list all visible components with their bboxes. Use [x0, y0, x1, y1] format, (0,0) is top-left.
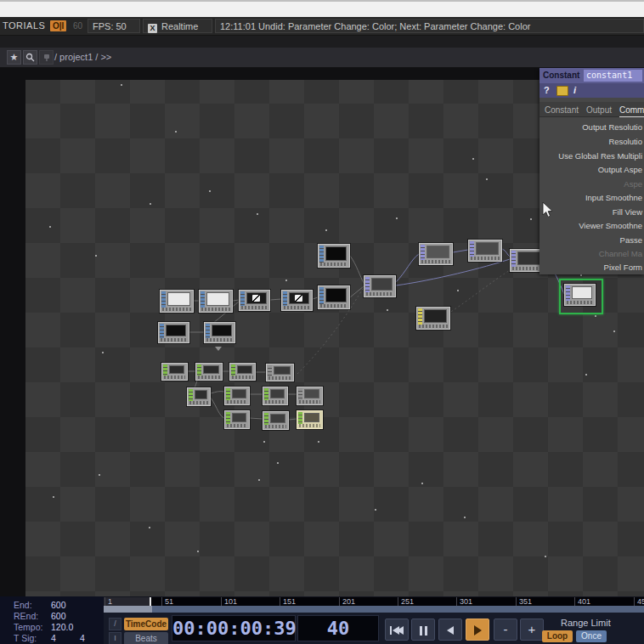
- tsig-value-1[interactable]: 4: [51, 633, 56, 643]
- loop-button[interactable]: Loop: [542, 630, 573, 642]
- help-icon[interactable]: ?: [544, 85, 550, 95]
- integer-mode-button[interactable]: I: [109, 632, 121, 644]
- dot: [149, 527, 150, 528]
- param-input-smoothness[interactable]: Input Smoothne: [472, 193, 642, 202]
- io-indicator-badge[interactable]: O|I: [50, 20, 66, 31]
- parameter-panel-header[interactable]: Constant constant1: [539, 68, 644, 83]
- fps-display: FPS: 50: [88, 19, 140, 33]
- range-bar[interactable]: [104, 606, 644, 613]
- chop-node[interactable]: [229, 363, 256, 381]
- chop-node[interactable]: [266, 364, 294, 381]
- play-icon: [474, 625, 482, 636]
- chop-node[interactable]: [224, 387, 250, 405]
- rewind-icon: [390, 626, 392, 635]
- param-channel-mask: Channel Ma: [472, 249, 642, 258]
- parameter-panel-toolbar: ? i: [539, 83, 644, 98]
- top-node[interactable]: [416, 307, 450, 330]
- ruler-tick: 351: [516, 597, 532, 606]
- top-node[interactable]: [239, 290, 270, 311]
- param-output-resolution[interactable]: Output Resolutio: [472, 122, 642, 132]
- search-button[interactable]: [23, 50, 37, 65]
- constant1-node[interactable]: [564, 284, 596, 306]
- step-forward-button[interactable]: +: [520, 619, 544, 641]
- top-node[interactable]: [281, 290, 313, 311]
- checkbox-checked-icon[interactable]: X: [148, 24, 157, 33]
- realtime-toggle[interactable]: XRealtime: [143, 19, 212, 33]
- dot: [263, 441, 265, 443]
- rend-value[interactable]: 600: [51, 611, 66, 621]
- dot: [457, 290, 459, 291]
- chop-node[interactable]: [263, 387, 288, 405]
- dot: [102, 352, 104, 353]
- dot: [318, 441, 319, 443]
- pathbar: ★ / project1 / >>: [0, 48, 644, 68]
- pin-icon: [42, 54, 51, 62]
- chop-node[interactable]: [263, 411, 289, 430]
- dot: [545, 556, 546, 557]
- timeline-ruler[interactable]: 1 51 101 151 201 251 301 351 401 451: [104, 597, 644, 606]
- pause-button[interactable]: [411, 619, 435, 641]
- tsig-value-2[interactable]: 4: [80, 633, 85, 643]
- tab-output[interactable]: Output: [586, 105, 612, 115]
- top-node[interactable]: [199, 290, 233, 313]
- comment-icon[interactable]: [556, 86, 568, 96]
- play-reverse-button[interactable]: [438, 619, 462, 641]
- dot: [595, 315, 596, 317]
- dot: [95, 255, 97, 257]
- playhead[interactable]: [150, 597, 151, 606]
- rend-label: REnd:: [14, 611, 38, 621]
- param-passes[interactable]: Passe: [472, 235, 642, 245]
- play-button[interactable]: [466, 619, 489, 641]
- bookmark-button[interactable]: ★: [7, 50, 21, 65]
- rewind-button[interactable]: [385, 619, 409, 641]
- dot: [387, 309, 388, 311]
- frame-mode-button[interactable]: /: [109, 618, 121, 630]
- tempo-value[interactable]: 120.0: [51, 622, 73, 632]
- breadcrumb[interactable]: / project1 / >>: [54, 52, 111, 62]
- realtime-label: Realtime: [161, 21, 198, 31]
- param-viewer-smoothness[interactable]: Viewer Smoothne: [472, 221, 642, 230]
- chop-node[interactable]: [297, 387, 323, 405]
- ruler-tick: 51: [161, 597, 173, 606]
- top-node[interactable]: [364, 275, 396, 297]
- app-label[interactable]: TORIALS: [3, 20, 45, 31]
- end-value[interactable]: 600: [51, 600, 66, 610]
- chop-node[interactable]: [161, 363, 188, 381]
- tab-constant[interactable]: Constant: [545, 105, 579, 115]
- top-node[interactable]: [318, 244, 350, 268]
- tab-common[interactable]: Comm: [619, 105, 644, 117]
- beats-mode-button[interactable]: Beats: [124, 632, 168, 644]
- ruler-tick: 151: [280, 597, 296, 606]
- pin-button[interactable]: [39, 50, 54, 65]
- timecode-mode-button[interactable]: TimeCode: [124, 618, 168, 630]
- chop-node-highlighted[interactable]: [297, 410, 323, 429]
- dot: [121, 84, 122, 86]
- ruler-tick: 401: [574, 597, 590, 606]
- param-pixel-format[interactable]: Pixel Form: [472, 263, 642, 272]
- operator-name-field[interactable]: constant1: [584, 70, 642, 82]
- param-use-global-res-multiplier[interactable]: Use Global Res Multipli: [472, 151, 642, 161]
- dot: [375, 509, 376, 511]
- chop-node[interactable]: [224, 410, 250, 429]
- dot: [277, 462, 279, 464]
- top-node[interactable]: [419, 243, 453, 265]
- network-editor[interactable]: Constant constant1 ? i Constant Output C…: [0, 68, 644, 596]
- param-output-aspect[interactable]: Output Aspe: [472, 165, 642, 174]
- top-node[interactable]: [158, 322, 189, 343]
- top-node[interactable]: [318, 285, 350, 309]
- param-resolution[interactable]: Resolutio: [472, 137, 642, 146]
- param-fill-viewer[interactable]: Fill View: [472, 207, 642, 217]
- chop-node[interactable]: [195, 363, 223, 381]
- parameter-list: Output Resolutio Resolutio Use Global Re…: [539, 119, 644, 274]
- dot: [197, 551, 199, 552]
- chop-node[interactable]: [187, 387, 211, 406]
- top-node[interactable]: [204, 322, 235, 343]
- step-back-button[interactable]: -: [494, 619, 517, 641]
- dot: [209, 190, 211, 192]
- tsig-label: T Sig:: [14, 633, 37, 643]
- once-button[interactable]: Once: [576, 630, 607, 642]
- parameter-tabs: Constant Output Comm: [539, 102, 644, 117]
- star-icon: ★: [10, 52, 19, 62]
- top-node[interactable]: [160, 290, 194, 313]
- info-icon[interactable]: i: [573, 85, 576, 95]
